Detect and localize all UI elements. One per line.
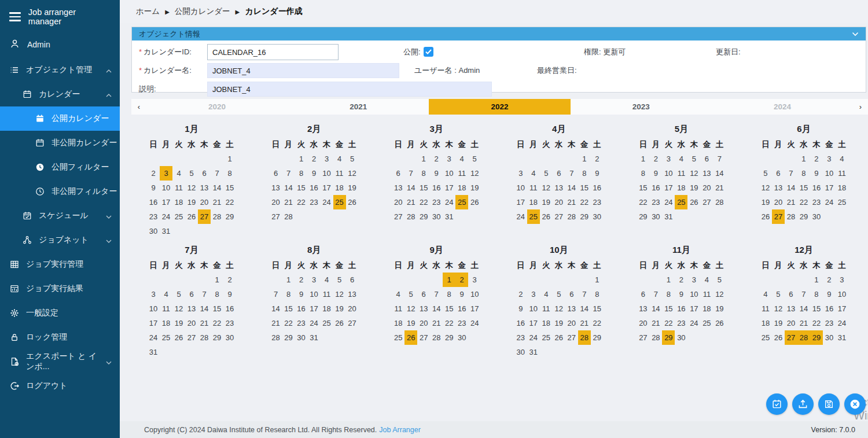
date-cell[interactable]: 24 <box>514 209 527 224</box>
date-cell[interactable]: 25 <box>759 330 772 345</box>
date-cell[interactable]: 24 <box>836 316 848 330</box>
date-cell[interactable]: 13 <box>392 181 404 195</box>
date-cell[interactable]: 29 <box>810 330 823 345</box>
date-cell[interactable]: 1 <box>637 152 649 166</box>
date-cell[interactable]: 31 <box>443 209 455 224</box>
date-cell[interactable]: 4 <box>321 273 333 287</box>
date-cell[interactable]: 14 <box>713 166 726 181</box>
date-cell[interactable]: 31 <box>836 330 848 345</box>
date-cell[interactable]: 13 <box>417 301 430 316</box>
date-cell[interactable]: 22 <box>282 316 295 330</box>
date-cell[interactable]: 16 <box>295 301 308 316</box>
date-cell[interactable]: 5 <box>772 287 785 301</box>
date-cell[interactable]: 24 <box>823 195 836 209</box>
date-cell[interactable]: 22 <box>591 316 604 330</box>
upload-button[interactable] <box>792 393 814 415</box>
date-cell[interactable]: 15 <box>797 181 810 195</box>
date-cell[interactable]: 19 <box>553 316 565 330</box>
date-cell[interactable]: 27 <box>392 209 404 224</box>
date-cell[interactable]: 4 <box>759 287 772 301</box>
date-cell[interactable]: 14 <box>270 301 282 316</box>
date-cell[interactable]: 4 <box>172 166 185 181</box>
date-cell[interactable]: 12 <box>185 181 198 195</box>
date-cell[interactable]: 10 <box>468 287 481 301</box>
date-cell[interactable]: 20 <box>417 316 430 330</box>
date-cell[interactable]: 29 <box>211 330 223 345</box>
date-cell[interactable]: 20 <box>198 195 211 209</box>
date-cell[interactable]: 9 <box>823 287 836 301</box>
date-cell[interactable]: 28 <box>785 209 797 224</box>
date-cell[interactable]: 6 <box>700 152 713 166</box>
date-cell[interactable]: 3 <box>823 152 836 166</box>
date-cell[interactable]: 18 <box>540 316 553 330</box>
date-cell[interactable]: 5 <box>468 152 481 166</box>
date-cell[interactable]: 16 <box>591 181 604 195</box>
date-cell[interactable]: 15 <box>578 181 591 195</box>
date-cell[interactable]: 3 <box>321 152 333 166</box>
date-cell[interactable]: 7 <box>713 152 726 166</box>
date-cell[interactable]: 7 <box>649 287 662 301</box>
date-cell[interactable]: 21 <box>785 195 797 209</box>
date-cell[interactable]: 27 <box>700 195 713 209</box>
date-cell[interactable]: 21 <box>430 316 443 330</box>
date-cell[interactable]: 19 <box>687 181 700 195</box>
date-cell[interactable]: 21 <box>282 195 295 209</box>
date-cell[interactable]: 12 <box>468 166 481 181</box>
date-cell[interactable]: 18 <box>160 316 172 330</box>
date-cell[interactable]: 5 <box>346 152 359 166</box>
date-cell[interactable]: 17 <box>147 316 160 330</box>
date-cell[interactable]: 24 <box>468 316 481 330</box>
date-cell[interactable]: 9 <box>223 287 236 301</box>
date-cell[interactable]: 15 <box>211 301 223 316</box>
date-cell[interactable]: 18 <box>321 301 333 316</box>
date-cell[interactable]: 17 <box>308 301 321 316</box>
date-cell[interactable]: 13 <box>346 287 359 301</box>
date-cell[interactable]: 8 <box>282 287 295 301</box>
date-cell[interactable]: 21 <box>211 195 223 209</box>
date-cell[interactable]: 14 <box>565 181 578 195</box>
date-cell[interactable]: 7 <box>198 287 211 301</box>
date-cell[interactable]: 20 <box>392 195 404 209</box>
date-cell[interactable]: 3 <box>687 273 700 287</box>
date-cell[interactable]: 22 <box>443 316 455 330</box>
date-cell[interactable]: 11 <box>321 287 333 301</box>
date-cell[interactable]: 2 <box>147 166 160 181</box>
date-cell[interactable]: 16 <box>430 181 443 195</box>
date-cell[interactable]: 17 <box>687 301 700 316</box>
date-cell[interactable]: 10 <box>836 287 848 301</box>
date-cell[interactable]: 30 <box>295 330 308 345</box>
date-cell[interactable]: 16 <box>308 181 321 195</box>
sidebar-item-export-import[interactable]: エクスポート と インポ... <box>0 349 120 374</box>
date-cell[interactable]: 10 <box>514 181 527 195</box>
object-info-header[interactable]: オブジェクト情報 <box>132 27 866 41</box>
date-cell[interactable]: 25 <box>160 330 172 345</box>
date-cell[interactable]: 20 <box>700 181 713 195</box>
date-cell[interactable]: 1 <box>797 152 810 166</box>
date-cell[interactable]: 22 <box>223 195 236 209</box>
date-cell[interactable]: 18 <box>392 316 404 330</box>
date-cell[interactable]: 10 <box>308 287 321 301</box>
sidebar-item-public-filter[interactable]: 公開フィルター <box>0 155 120 179</box>
date-cell[interactable]: 14 <box>198 301 211 316</box>
date-cell[interactable]: 18 <box>172 195 185 209</box>
date-cell[interactable]: 3 <box>514 166 527 181</box>
date-cell[interactable]: 6 <box>198 166 211 181</box>
date-cell[interactable]: 29 <box>662 330 675 345</box>
date-cell[interactable]: 6 <box>772 166 785 181</box>
date-cell[interactable]: 14 <box>211 181 223 195</box>
date-cell[interactable]: 4 <box>540 287 553 301</box>
date-cell[interactable]: 21 <box>404 195 417 209</box>
sidebar-item-private-calendar[interactable]: 非公開カレンダー <box>0 131 120 155</box>
date-cell[interactable]: 20 <box>565 316 578 330</box>
date-cell[interactable]: 12 <box>759 181 772 195</box>
date-cell[interactable]: 7 <box>404 166 417 181</box>
date-cell[interactable]: 9 <box>591 166 604 181</box>
public-checkbox[interactable] <box>424 47 433 57</box>
sidebar-item-schedule[interactable]: スケジュール <box>0 204 120 228</box>
date-cell[interactable]: 31 <box>662 209 675 224</box>
date-cell[interactable]: 15 <box>591 301 604 316</box>
sidebar-item-job-execution-management[interactable]: ジョブ実行管理 <box>0 252 120 277</box>
date-cell[interactable]: 7 <box>578 287 591 301</box>
date-cell[interactable]: 15 <box>295 181 308 195</box>
date-cell[interactable]: 19 <box>333 301 346 316</box>
